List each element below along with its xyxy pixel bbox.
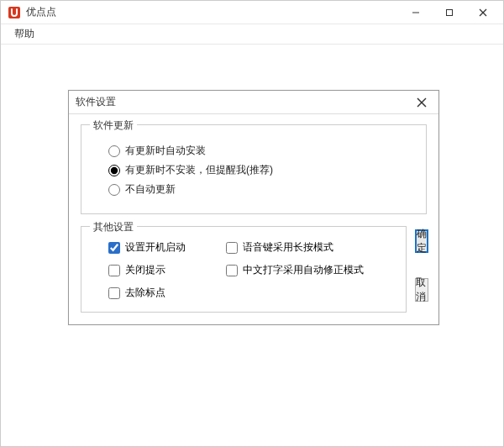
minimize-button[interactable] bbox=[399, 1, 433, 24]
group-other-legend: 其他设置 bbox=[90, 220, 137, 234]
settings-dialog: 软件设置 软件更新 有更新时自动安装 有更新时不安装，但提醒我(推荐) bbox=[68, 90, 439, 325]
radio-auto-install[interactable]: 有更新时自动安装 bbox=[108, 144, 414, 158]
client-area: 软件设置 软件更新 有更新时自动安装 有更新时不安装，但提醒我(推荐) bbox=[1, 45, 503, 446]
group-other: 其他设置 设置开机启动 语音键采用长按模式 bbox=[81, 226, 407, 313]
dialog-titlebar: 软件设置 bbox=[69, 91, 438, 114]
check-auto-correct-input[interactable] bbox=[226, 265, 238, 276]
maximize-button[interactable] bbox=[433, 1, 466, 24]
dialog-close-button[interactable] bbox=[412, 92, 432, 113]
group-update: 软件更新 有更新时自动安装 有更新时不安装，但提醒我(推荐) 不自动更新 bbox=[81, 124, 427, 214]
check-label: 语音键采用长按模式 bbox=[243, 240, 333, 255]
check-close-hint[interactable]: 关闭提示 bbox=[108, 263, 226, 277]
ok-button[interactable]: 确定 bbox=[415, 229, 428, 253]
app-title: 优点点 bbox=[26, 5, 56, 19]
dialog-body: 软件更新 有更新时自动安装 有更新时不安装，但提醒我(推荐) 不自动更新 bbox=[69, 114, 438, 324]
menu-help[interactable]: 帮助 bbox=[8, 25, 41, 43]
button-label: 取消 bbox=[416, 276, 428, 304]
app-icon bbox=[8, 6, 21, 19]
check-auto-correct[interactable]: 中文打字采用自动修正模式 bbox=[226, 263, 394, 277]
dialog-title: 软件设置 bbox=[76, 95, 412, 109]
check-voice-longpress[interactable]: 语音键采用长按模式 bbox=[226, 240, 394, 255]
radio-label: 有更新时不安装，但提醒我(推荐) bbox=[125, 163, 273, 177]
check-startup-input[interactable] bbox=[108, 242, 120, 254]
check-label: 设置开机启动 bbox=[125, 240, 186, 255]
close-button[interactable] bbox=[466, 1, 500, 24]
cancel-button[interactable]: 取消 bbox=[415, 278, 428, 302]
radio-remind-me-input[interactable] bbox=[108, 165, 120, 176]
check-close-hint-input[interactable] bbox=[108, 265, 120, 276]
radio-no-update-input[interactable] bbox=[108, 184, 120, 196]
check-voice-longpress-input[interactable] bbox=[226, 242, 238, 254]
menubar: 帮助 bbox=[1, 24, 503, 45]
check-label: 去除标点 bbox=[125, 286, 165, 300]
main-window: 优点点 帮助 软件设置 软件更新 bbox=[0, 0, 504, 447]
check-label: 中文打字采用自动修正模式 bbox=[243, 263, 364, 277]
button-label: 确定 bbox=[417, 227, 427, 255]
radio-remind-me[interactable]: 有更新时不安装，但提醒我(推荐) bbox=[108, 163, 414, 177]
radio-no-update[interactable]: 不自动更新 bbox=[108, 182, 414, 197]
radio-label: 不自动更新 bbox=[125, 182, 176, 197]
check-remove-punct[interactable]: 去除标点 bbox=[108, 286, 226, 300]
radio-auto-install-input[interactable] bbox=[108, 145, 120, 157]
check-remove-punct-input[interactable] bbox=[108, 287, 120, 299]
check-label: 关闭提示 bbox=[125, 263, 165, 277]
svg-rect-2 bbox=[447, 9, 453, 15]
titlebar: 优点点 bbox=[1, 1, 503, 24]
group-update-legend: 软件更新 bbox=[90, 118, 137, 133]
check-startup[interactable]: 设置开机启动 bbox=[108, 240, 226, 255]
radio-label: 有更新时自动安装 bbox=[125, 144, 206, 158]
